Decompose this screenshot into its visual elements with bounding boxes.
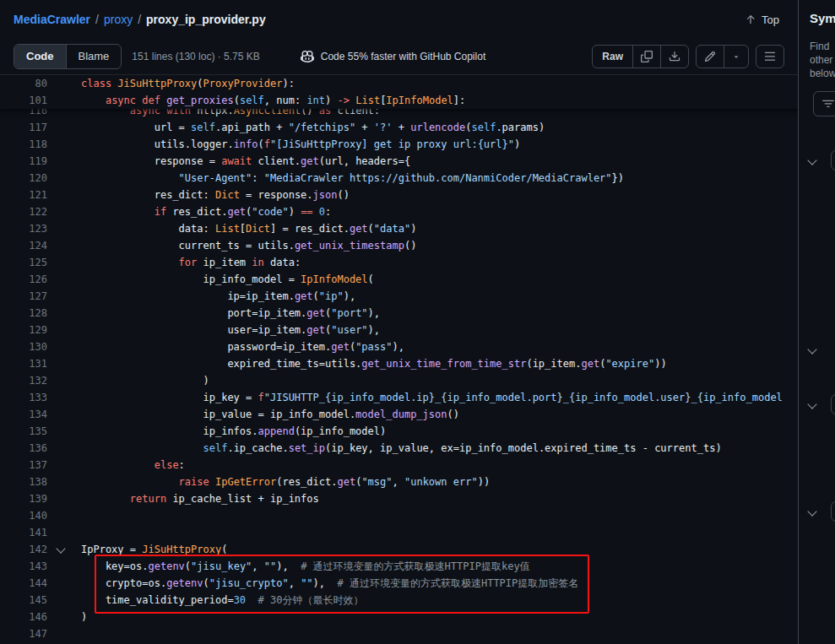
raw-button[interactable]: Raw <box>593 46 632 68</box>
line-number[interactable]: 134 <box>0 406 47 423</box>
breadcrumb-repo-link[interactable]: MediaCrawler <box>14 13 90 26</box>
download-button[interactable] <box>660 46 688 68</box>
symbols-desc-line: other <box>810 53 835 67</box>
line-number[interactable]: 138 <box>0 474 47 490</box>
line-number[interactable]: 135 <box>0 423 47 440</box>
line-number[interactable]: 145 <box>0 592 47 609</box>
line-number[interactable]: 126 <box>0 271 47 288</box>
line-number[interactable]: 146 <box>0 609 47 625</box>
symbol-chevron-icon[interactable] <box>807 506 816 516</box>
line-number[interactable]: 120 <box>0 170 47 187</box>
file-toolbar: Code Blame 151 lines (130 loc) · 5.75 KB… <box>0 39 798 74</box>
gutter <box>47 507 81 524</box>
line-number[interactable]: 127 <box>0 288 47 305</box>
code-text: data: List[Dict] = res_dict.get("data") <box>81 220 416 237</box>
code-line: 138 raise IpGetError(res_dict.get("msg",… <box>0 474 798 490</box>
code-line: 101 async def get_proxies(self, num: int… <box>0 92 798 109</box>
edit-button[interactable] <box>697 46 724 68</box>
line-number[interactable]: 136 <box>0 440 47 457</box>
copilot-banner[interactable]: Code 55% faster with GitHub Copilot <box>301 50 485 63</box>
code-text: port=ip_item.get("port"), <box>81 305 380 322</box>
code-text: crypto=os.getenv("jisu_crypto", ""), # 通… <box>81 575 578 592</box>
code-line: 129 user=ip_item.get("user"), <box>0 322 798 338</box>
code-text: self.ip_cache.set_ip(ip_key, ip_value, e… <box>81 440 722 457</box>
copilot-banner-label: Code 55% faster with GitHub Copilot <box>321 51 485 62</box>
line-number[interactable]: 143 <box>0 558 47 575</box>
raw-copy-download-group: Raw <box>592 45 689 68</box>
gutter <box>47 187 81 203</box>
edit-dropdown-button[interactable] <box>724 46 748 68</box>
line-number[interactable]: 122 <box>0 203 47 220</box>
code-text: key=os.getenv("jisu_key", ""), # 通过环境变量的… <box>81 558 530 575</box>
line-number[interactable]: 80 <box>0 75 47 92</box>
outline-icon <box>764 51 776 62</box>
line-number[interactable]: 133 <box>0 389 47 406</box>
line-number[interactable]: 140 <box>0 507 47 524</box>
line-number[interactable]: 121 <box>0 187 47 203</box>
gutter <box>47 625 81 642</box>
gutter <box>47 490 81 507</box>
caret-down-icon <box>732 52 740 61</box>
line-number[interactable]: 132 <box>0 372 47 389</box>
tab-blame[interactable]: Blame <box>66 45 122 68</box>
edit-group <box>696 45 749 68</box>
back-to-top-button[interactable]: Top <box>740 13 784 27</box>
symbols-panel-button[interactable] <box>756 46 783 68</box>
code-text: utils.logger.info(f"[JiSuHttpProxy] get … <box>81 136 520 153</box>
code-text: expired_time_ts=utils.get_unix_time_from… <box>81 355 667 372</box>
line-number[interactable]: 130 <box>0 338 47 355</box>
line-number[interactable]: 101 <box>0 92 47 109</box>
line-number[interactable]: 142 <box>0 541 47 558</box>
symbol-badge[interactable] <box>831 394 835 414</box>
line-number[interactable]: 128 <box>0 305 47 322</box>
collapse-chevron-icon[interactable] <box>56 544 65 553</box>
line-number[interactable]: 137 <box>0 457 47 474</box>
code-text: return ip_cache_list + ip_infos <box>81 490 319 507</box>
symbol-chevron-icon[interactable] <box>807 344 816 354</box>
code-line: 122 if res_dict.get("code") == 0: <box>0 203 798 220</box>
symbols-panel: Sym Find other below <box>798 0 835 644</box>
tab-code[interactable]: Code <box>14 45 66 68</box>
line-number[interactable]: 141 <box>0 524 47 541</box>
code-line: 125 for ip_item in data: <box>0 254 798 271</box>
gutter <box>47 524 81 541</box>
code-text: ) <box>81 609 87 625</box>
gutter <box>47 457 81 474</box>
line-number[interactable]: 119 <box>0 153 47 170</box>
symbol-badge[interactable] <box>831 501 835 522</box>
line-number[interactable]: 117 <box>0 119 47 136</box>
breadcrumb-separator: / <box>138 13 141 26</box>
line-number[interactable]: 123 <box>0 220 47 237</box>
code-line: 140 <box>0 507 798 524</box>
code-line: 121 res_dict: Dict = response.json() <box>0 187 798 203</box>
gutter <box>47 322 81 338</box>
symbols-desc-line: below <box>810 67 835 80</box>
code-text: else: <box>81 457 185 474</box>
code-text: ip_value = ip_info_model.model_dump_json… <box>81 406 459 423</box>
code-text: res_dict: Dict = response.json() <box>81 187 350 203</box>
code-text: ip=ip_item.get("ip"), <box>81 288 355 305</box>
code-text: url = self.api_path + "/fetchips" + '?' … <box>81 119 545 136</box>
symbol-chevron-icon[interactable] <box>807 155 816 165</box>
download-icon <box>669 51 680 62</box>
line-number[interactable]: 124 <box>0 237 47 254</box>
symbol-badge[interactable] <box>831 150 835 170</box>
code-line: 118 utils.logger.info(f"[JiSuHttpProxy] … <box>0 136 798 153</box>
line-number[interactable]: 118 <box>0 136 47 153</box>
symbol-chevron-icon[interactable] <box>807 399 816 409</box>
line-number[interactable]: 139 <box>0 490 47 507</box>
line-number[interactable]: 125 <box>0 254 47 271</box>
copy-button[interactable] <box>632 46 660 68</box>
filter-button[interactable] <box>813 91 835 116</box>
copilot-icon <box>301 50 314 63</box>
code-line: 123 data: List[Dict] = res_dict.get("dat… <box>0 220 798 237</box>
line-number[interactable]: 144 <box>0 575 47 592</box>
line-number[interactable]: 129 <box>0 322 47 338</box>
code-text: current_ts = utils.get_unix_timestamp() <box>81 237 416 254</box>
line-number[interactable]: 131 <box>0 355 47 372</box>
code-line: 133 ip_key = f"JISUHTTP_{ip_info_model.i… <box>0 389 798 406</box>
breadcrumb-folder-link[interactable]: proxy <box>104 13 133 26</box>
gutter <box>47 440 81 457</box>
line-number[interactable]: 147 <box>0 625 47 642</box>
code-text: raise IpGetError(res_dict.get("msg", "un… <box>81 474 490 490</box>
